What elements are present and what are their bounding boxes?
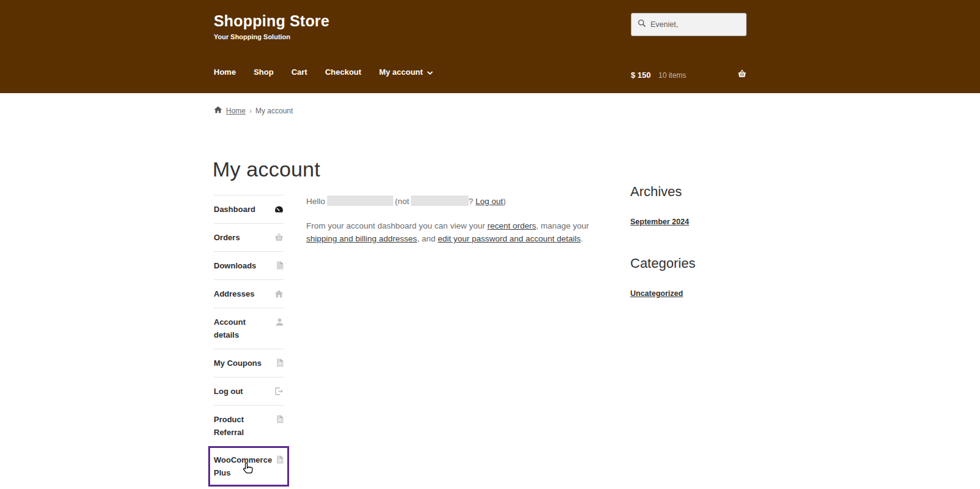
account-nav-label: My Coupons — [214, 357, 265, 370]
account-nav-log-out[interactable]: Log out — [214, 377, 284, 405]
paragraph-text: . — [581, 234, 583, 243]
account-nav-label: Orders — [214, 231, 265, 244]
account-nav: Dashboard Orders Downloads Addresses Acc… — [214, 195, 284, 487]
logout-icon — [275, 387, 284, 398]
site-branding: Shopping Store Your Shopping Solution — [214, 12, 330, 40]
breadcrumb-home-link[interactable]: Home — [226, 107, 246, 115]
log-out-link[interactable]: Log out — [475, 197, 503, 206]
redacted-username-2 — [411, 195, 469, 206]
chevron-down-icon — [427, 67, 433, 77]
site-header: Shopping Store Your Shopping Solution Ho… — [0, 0, 980, 93]
home-icon — [274, 289, 284, 300]
account-nav-downloads[interactable]: Downloads — [214, 251, 284, 279]
account-nav-my-coupons[interactable]: My Coupons — [214, 349, 284, 377]
account-nav-label: Addresses — [214, 287, 265, 300]
search-icon — [638, 19, 646, 30]
hello-not: (not — [395, 197, 409, 206]
edit-password-link[interactable]: edit your password and account details — [438, 234, 581, 243]
site-tagline: Your Shopping Solution — [214, 33, 330, 40]
archive-link-september-2024[interactable]: September 2024 — [630, 218, 689, 226]
cart-count: 10 items — [658, 71, 686, 80]
account-nav-label: Log out — [214, 385, 265, 398]
paragraph-text: From your account dashboard you can view… — [306, 221, 488, 230]
account-nav-woocommerce-plus[interactable]: WooCommerce Plus — [214, 450, 284, 483]
file-icon — [276, 261, 284, 272]
hello-prefix: Hello — [306, 197, 325, 206]
dashboard-paragraph: From your account dashboard you can view… — [306, 219, 608, 245]
search-box — [631, 13, 747, 36]
search-input[interactable] — [650, 20, 736, 29]
nav-my-account[interactable]: My account — [379, 67, 434, 77]
paragraph-text: , and — [417, 234, 438, 243]
user-icon — [276, 317, 284, 328]
coupon-file-icon — [276, 358, 284, 370]
hello-line: Hello(not? Log out) — [306, 195, 608, 208]
categories-title: Categories — [630, 256, 753, 271]
nav-my-account-label: My account — [379, 67, 423, 77]
file-icon — [276, 415, 284, 426]
redacted-username — [327, 195, 393, 206]
account-nav-orders[interactable]: Orders — [214, 223, 284, 251]
breadcrumb: Home › My account — [214, 106, 293, 115]
widget-area: Archives September 2024 Categories Uncat… — [630, 184, 753, 298]
archives-title: Archives — [630, 184, 753, 200]
account-nav-label: WooCommerce Plus — [214, 453, 265, 479]
breadcrumb-current: My account — [255, 107, 293, 115]
category-link-uncategorized[interactable]: Uncategorized — [630, 289, 683, 298]
breadcrumb-separator: › — [249, 107, 252, 115]
account-nav-product-referral[interactable]: Product Referral — [214, 405, 284, 446]
highlight-box: WooCommerce Plus — [208, 446, 289, 487]
basket-icon — [737, 69, 747, 80]
account-nav-label: Product Referral — [214, 413, 265, 439]
file-icon — [276, 455, 284, 466]
recent-orders-link[interactable]: recent orders — [488, 221, 537, 230]
account-nav-account-details[interactable]: Account details — [214, 308, 284, 349]
nav-cart[interactable]: Cart — [292, 67, 307, 77]
nav-shop[interactable]: Shop — [254, 67, 274, 77]
cart-summary[interactable]: $ 150 10 items — [631, 69, 747, 80]
page-title: My account — [213, 157, 320, 181]
nav-home[interactable]: Home — [214, 67, 236, 77]
shipping-billing-link[interactable]: shipping and billing addresses — [306, 234, 417, 243]
account-nav-addresses[interactable]: Addresses — [214, 279, 284, 308]
basket-icon — [274, 233, 284, 244]
hello-close: ) — [503, 197, 506, 206]
main-nav: Home Shop Cart Checkout My account — [214, 67, 433, 77]
account-nav-dashboard[interactable]: Dashboard — [214, 195, 284, 223]
hello-question: ? — [469, 197, 473, 206]
paragraph-text: , manage your — [536, 221, 589, 230]
dashboard-icon — [274, 205, 284, 216]
cart-total: $ 150 — [631, 70, 651, 80]
site-title[interactable]: Shopping Store — [214, 12, 330, 30]
account-dashboard-content: Hello(not? Log out) From your account da… — [306, 195, 608, 245]
nav-checkout[interactable]: Checkout — [325, 67, 361, 77]
account-nav-label: Account details — [214, 316, 265, 341]
home-icon — [214, 106, 222, 115]
account-nav-label: Downloads — [214, 259, 265, 272]
account-nav-label: Dashboard — [214, 203, 265, 216]
